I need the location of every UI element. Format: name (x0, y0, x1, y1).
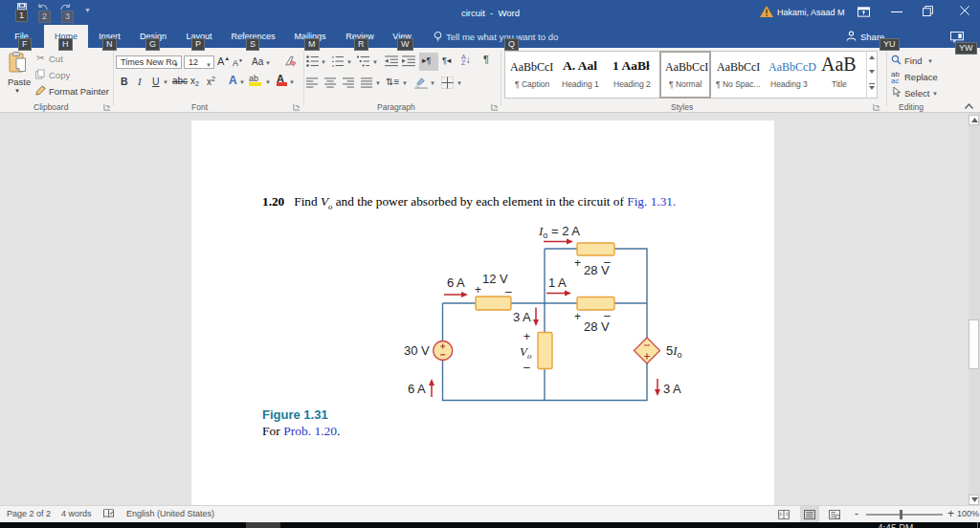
svg-text:5Io: 5Io (666, 343, 682, 360)
svg-text:3 A: 3 A (513, 310, 531, 324)
svg-text:–: – (505, 285, 512, 298)
svg-text:3 A: 3 A (663, 382, 681, 396)
svg-text:+: + (574, 256, 581, 270)
svg-text:30 V: 30 V (404, 343, 430, 358)
svg-text:Vo: Vo (520, 344, 532, 361)
svg-text:6 A: 6 A (408, 382, 426, 396)
svg-text:–: – (604, 309, 611, 322)
svg-text:–: – (604, 255, 611, 269)
svg-text:1 A: 1 A (548, 275, 567, 290)
svg-text:+: + (475, 283, 481, 297)
svg-text:Io = 2 A: Io = 2 A (538, 224, 580, 240)
svg-text:+: + (523, 330, 530, 343)
svg-text:6 A: 6 A (447, 275, 465, 290)
svg-text:–: – (523, 361, 530, 374)
svg-text:12 V: 12 V (482, 272, 508, 286)
svg-text:+: + (574, 310, 581, 323)
